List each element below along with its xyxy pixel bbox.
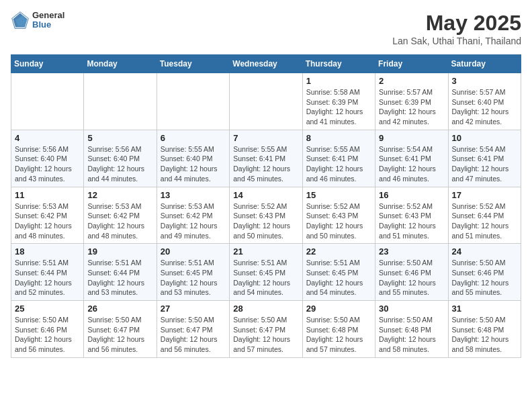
calendar-week-5: 25Sunrise: 5:50 AMSunset: 6:46 PMDayligh…: [11, 301, 521, 358]
calendar-cell: [157, 73, 229, 130]
calendar-cell: 19Sunrise: 5:51 AMSunset: 6:44 PMDayligh…: [84, 244, 157, 301]
weekday-header-monday: Monday: [84, 55, 157, 73]
calendar-cell: 12Sunrise: 5:53 AMSunset: 6:42 PMDayligh…: [84, 187, 157, 244]
weekday-header-thursday: Thursday: [302, 55, 375, 73]
calendar-cell: 16Sunrise: 5:52 AMSunset: 6:43 PMDayligh…: [375, 187, 448, 244]
day-info: Sunrise: 5:58 AMSunset: 6:39 PMDaylight:…: [306, 87, 371, 127]
day-number: 23: [379, 246, 444, 257]
day-info: Sunrise: 5:50 AMSunset: 6:47 PMDaylight:…: [161, 315, 226, 355]
day-info: Sunrise: 5:53 AMSunset: 6:42 PMDaylight:…: [15, 201, 80, 241]
day-number: 2: [379, 76, 444, 86]
day-number: 1: [306, 76, 371, 86]
logo-blue: Blue: [32, 20, 64, 30]
day-info: Sunrise: 5:53 AMSunset: 6:42 PMDaylight:…: [161, 201, 226, 241]
calendar-week-2: 4Sunrise: 5:56 AMSunset: 6:40 PMDaylight…: [11, 130, 521, 187]
day-info: Sunrise: 5:50 AMSunset: 6:48 PMDaylight:…: [379, 315, 444, 355]
day-info: Sunrise: 5:51 AMSunset: 6:45 PMDaylight:…: [306, 258, 371, 298]
day-number: 14: [233, 190, 298, 200]
day-info: Sunrise: 5:53 AMSunset: 6:42 PMDaylight:…: [87, 201, 152, 241]
day-number: 29: [306, 304, 371, 314]
day-number: 19: [87, 246, 152, 257]
day-number: 10: [452, 133, 517, 143]
day-number: 30: [379, 304, 444, 314]
day-number: 7: [233, 133, 298, 143]
day-info: Sunrise: 5:52 AMSunset: 6:44 PMDaylight:…: [452, 201, 517, 241]
day-number: 25: [15, 304, 80, 314]
calendar-cell: 15Sunrise: 5:52 AMSunset: 6:43 PMDayligh…: [302, 187, 375, 244]
day-number: 17: [452, 190, 517, 200]
day-number: 22: [306, 246, 371, 257]
day-number: 27: [161, 304, 226, 314]
calendar-cell: 27Sunrise: 5:50 AMSunset: 6:47 PMDayligh…: [157, 301, 229, 358]
day-info: Sunrise: 5:52 AMSunset: 6:43 PMDaylight:…: [306, 201, 371, 241]
day-info: Sunrise: 5:50 AMSunset: 6:48 PMDaylight:…: [306, 315, 371, 355]
logo-icon: [11, 11, 30, 30]
calendar-cell: [84, 73, 157, 130]
calendar-cell: 10Sunrise: 5:54 AMSunset: 6:41 PMDayligh…: [448, 130, 521, 187]
day-info: Sunrise: 5:50 AMSunset: 6:46 PMDaylight:…: [15, 315, 80, 355]
day-number: 15: [306, 190, 371, 200]
calendar-cell: 9Sunrise: 5:54 AMSunset: 6:41 PMDaylight…: [375, 130, 448, 187]
logo: General Blue: [11, 11, 64, 30]
day-number: 31: [452, 304, 517, 314]
calendar-cell: 4Sunrise: 5:56 AMSunset: 6:40 PMDaylight…: [11, 130, 84, 187]
calendar-cell: 23Sunrise: 5:50 AMSunset: 6:46 PMDayligh…: [375, 244, 448, 301]
calendar-cell: 20Sunrise: 5:51 AMSunset: 6:45 PMDayligh…: [157, 244, 229, 301]
day-info: Sunrise: 5:52 AMSunset: 6:43 PMDaylight:…: [379, 201, 444, 241]
day-info: Sunrise: 5:51 AMSunset: 6:45 PMDaylight:…: [233, 258, 298, 298]
day-info: Sunrise: 5:55 AMSunset: 6:41 PMDaylight:…: [233, 144, 298, 184]
calendar-cell: 14Sunrise: 5:52 AMSunset: 6:43 PMDayligh…: [230, 187, 302, 244]
day-number: 20: [161, 246, 226, 257]
day-info: Sunrise: 5:50 AMSunset: 6:46 PMDaylight:…: [452, 258, 517, 298]
weekday-header-friday: Friday: [375, 55, 448, 73]
day-number: 18: [15, 246, 80, 257]
calendar-cell: 11Sunrise: 5:53 AMSunset: 6:42 PMDayligh…: [11, 187, 84, 244]
day-info: Sunrise: 5:55 AMSunset: 6:41 PMDaylight:…: [306, 144, 371, 184]
day-number: 9: [379, 133, 444, 143]
calendar-cell: 30Sunrise: 5:50 AMSunset: 6:48 PMDayligh…: [375, 301, 448, 358]
day-number: 24: [452, 246, 517, 257]
calendar-cell: 22Sunrise: 5:51 AMSunset: 6:45 PMDayligh…: [302, 244, 375, 301]
day-info: Sunrise: 5:56 AMSunset: 6:40 PMDaylight:…: [87, 144, 152, 184]
day-info: Sunrise: 5:52 AMSunset: 6:43 PMDaylight:…: [233, 201, 298, 241]
calendar-cell: 8Sunrise: 5:55 AMSunset: 6:41 PMDaylight…: [302, 130, 375, 187]
day-number: 4: [15, 133, 80, 143]
calendar-cell: 2Sunrise: 5:57 AMSunset: 6:39 PMDaylight…: [375, 73, 448, 130]
day-number: 11: [15, 190, 80, 200]
calendar-table: SundayMondayTuesdayWednesdayThursdayFrid…: [11, 54, 521, 358]
calendar-cell: [230, 73, 302, 130]
day-number: 6: [161, 133, 226, 143]
calendar-cell: [11, 73, 84, 130]
day-info: Sunrise: 5:54 AMSunset: 6:41 PMDaylight:…: [379, 144, 444, 184]
calendar-week-4: 18Sunrise: 5:51 AMSunset: 6:44 PMDayligh…: [11, 244, 521, 301]
page-header: General Blue May 2025 Lan Sak, Uthai Tha…: [11, 11, 521, 46]
day-info: Sunrise: 5:51 AMSunset: 6:44 PMDaylight:…: [15, 258, 80, 298]
day-number: 21: [233, 246, 298, 257]
day-number: 16: [379, 190, 444, 200]
calendar-week-3: 11Sunrise: 5:53 AMSunset: 6:42 PMDayligh…: [11, 187, 521, 244]
day-info: Sunrise: 5:50 AMSunset: 6:47 PMDaylight:…: [233, 315, 298, 355]
day-info: Sunrise: 5:51 AMSunset: 6:45 PMDaylight:…: [161, 258, 226, 298]
calendar-cell: 24Sunrise: 5:50 AMSunset: 6:46 PMDayligh…: [448, 244, 521, 301]
calendar-cell: 6Sunrise: 5:55 AMSunset: 6:40 PMDaylight…: [157, 130, 229, 187]
weekday-header-tuesday: Tuesday: [157, 55, 229, 73]
calendar-week-1: 1Sunrise: 5:58 AMSunset: 6:39 PMDaylight…: [11, 73, 521, 130]
calendar-cell: 18Sunrise: 5:51 AMSunset: 6:44 PMDayligh…: [11, 244, 84, 301]
calendar-cell: 3Sunrise: 5:57 AMSunset: 6:40 PMDaylight…: [448, 73, 521, 130]
day-number: 5: [87, 133, 152, 143]
day-info: Sunrise: 5:50 AMSunset: 6:46 PMDaylight:…: [379, 258, 444, 298]
calendar-header: SundayMondayTuesdayWednesdayThursdayFrid…: [11, 55, 521, 73]
calendar-cell: 28Sunrise: 5:50 AMSunset: 6:47 PMDayligh…: [230, 301, 302, 358]
weekday-header-wednesday: Wednesday: [230, 55, 302, 73]
month-title: May 2025: [392, 11, 521, 36]
day-info: Sunrise: 5:55 AMSunset: 6:40 PMDaylight:…: [161, 144, 226, 184]
calendar-cell: 5Sunrise: 5:56 AMSunset: 6:40 PMDaylight…: [84, 130, 157, 187]
calendar-body: 1Sunrise: 5:58 AMSunset: 6:39 PMDaylight…: [11, 73, 521, 358]
day-info: Sunrise: 5:57 AMSunset: 6:39 PMDaylight:…: [379, 87, 444, 127]
weekday-header-sunday: Sunday: [11, 55, 84, 73]
day-number: 28: [233, 304, 298, 314]
day-info: Sunrise: 5:57 AMSunset: 6:40 PMDaylight:…: [452, 87, 517, 127]
day-number: 12: [87, 190, 152, 200]
day-info: Sunrise: 5:51 AMSunset: 6:44 PMDaylight:…: [87, 258, 152, 298]
calendar-cell: 31Sunrise: 5:50 AMSunset: 6:48 PMDayligh…: [448, 301, 521, 358]
